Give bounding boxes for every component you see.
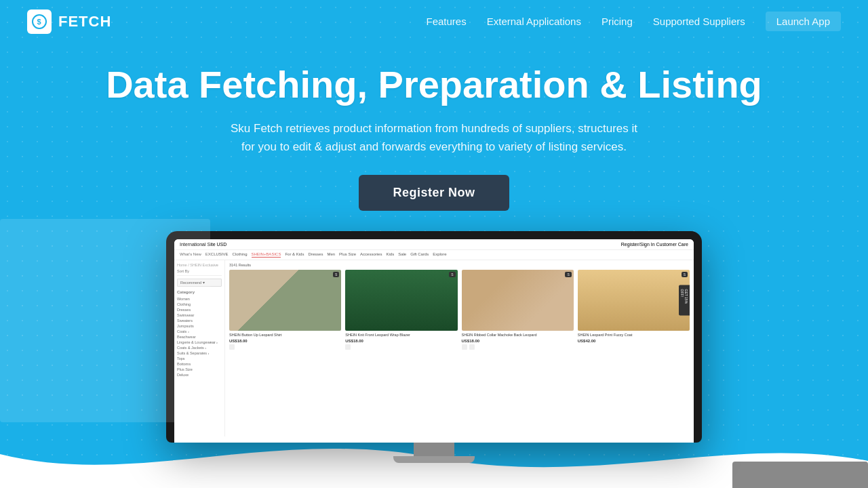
product-card-2: S SHEIN Knit Front Leopard Wrap Blazer U… bbox=[345, 270, 457, 350]
product-badge-2: S bbox=[449, 272, 455, 277]
product-name-1: SHEIN Button Up Leopard Shirt bbox=[229, 333, 341, 338]
bg-desk-left bbox=[0, 219, 210, 422]
nav-features[interactable]: Features bbox=[427, 16, 467, 27]
logo-icon: $ bbox=[27, 9, 52, 34]
product-card-4: S GET 15% OFF! SHEIN Leopard Print Fuzzy… bbox=[578, 270, 690, 350]
product-name-4: SHEIN Leopard Print Fuzzy Coat bbox=[578, 333, 690, 338]
product-price-2: US$18.00 bbox=[345, 339, 457, 343]
logo[interactable]: $ FETCH bbox=[27, 9, 111, 34]
product-card-3: S SHEIN Ribbed Collar Machoke Back Leopa… bbox=[462, 270, 574, 350]
product-icons-3 bbox=[462, 344, 574, 350]
nav-external-applications[interactable]: External Applications bbox=[487, 16, 581, 27]
product-card-1: S SHEIN Button Up Leopard Shirt US$18.00 bbox=[229, 270, 341, 350]
heart-icon-2 bbox=[345, 344, 351, 350]
monitor-screen: International Site USD Register/Sign In … bbox=[174, 239, 694, 443]
tab-men: Men bbox=[327, 252, 335, 258]
monitor-frame: International Site USD Register/Sign In … bbox=[166, 231, 702, 443]
tab-kids: Kids bbox=[386, 252, 394, 258]
product-img-3: S bbox=[462, 270, 574, 331]
product-icons-2 bbox=[345, 344, 457, 350]
tab-explore: Explore bbox=[433, 252, 446, 258]
svg-text:$: $ bbox=[37, 18, 41, 26]
product-img-4: S GET 15% OFF! bbox=[578, 270, 690, 331]
promo-tab: GET 15% OFF! bbox=[679, 285, 690, 315]
brand-name: FETCH bbox=[58, 13, 111, 30]
tab-plus-size: Plus Size bbox=[339, 252, 356, 258]
product-img-1: S bbox=[229, 270, 341, 331]
product-img-2: S bbox=[345, 270, 457, 331]
tab-shein-basics: SHEIN+BASICS bbox=[252, 252, 281, 258]
results-count: 3141 Results bbox=[229, 263, 690, 267]
product-price-3: US$18.00 bbox=[462, 339, 574, 343]
heart-icon-3 bbox=[462, 344, 467, 350]
tab-dresses: Dresses bbox=[308, 252, 323, 258]
monitor-stand-neck bbox=[414, 443, 454, 456]
screen-navbar: International Site USD Register/Sign In … bbox=[174, 239, 694, 250]
bg-desk-right bbox=[732, 462, 868, 488]
navbar: $ FETCH Features External Applications P… bbox=[0, 0, 868, 43]
product-name-3: SHEIN Ribbed Collar Machoke Back Leopard bbox=[462, 333, 574, 338]
product-price-4: US$42.00 bbox=[578, 339, 690, 343]
product-icons-1 bbox=[229, 344, 341, 350]
nav-links: Features External Applications Pricing S… bbox=[427, 16, 842, 28]
screen-nav-right: Register/Sign In Customer Care bbox=[621, 242, 688, 247]
tab-clothing: Clothing bbox=[233, 252, 248, 258]
screen-tabs: What's New EXCLUSIVE Clothing SHEIN+BASI… bbox=[174, 250, 694, 260]
product-badge-3: S bbox=[565, 272, 571, 277]
hero-subtitle: Sku Fetch retrieves product information … bbox=[231, 119, 637, 156]
tab-sale: Sale bbox=[398, 252, 406, 258]
product-name-2: SHEIN Knit Front Leopard Wrap Blazer bbox=[345, 333, 457, 338]
hero-section: Data Fetching, Preparation & Listing Sku… bbox=[0, 43, 868, 224]
hero-title: Data Fetching, Preparation & Listing bbox=[27, 64, 841, 106]
nav-launch-app[interactable]: Launch App bbox=[766, 12, 841, 31]
tab-accessories: Accessories bbox=[360, 252, 382, 258]
product-badge-4: S bbox=[682, 272, 688, 277]
screen-main: 3141 Results S SHEIN Button Up Leopard S… bbox=[225, 260, 694, 436]
nav-supported-suppliers[interactable]: Supported Suppliers bbox=[653, 16, 745, 27]
nav-pricing[interactable]: Pricing bbox=[601, 16, 633, 27]
monitor-wrapper: International Site USD Register/Sign In … bbox=[0, 231, 868, 463]
register-button[interactable]: Register Now bbox=[359, 175, 509, 211]
product-price-1: US$18.00 bbox=[229, 339, 341, 343]
screen-content: Home / SHEIN Exclusive Sort By Recommend… bbox=[174, 260, 694, 436]
monitor-stand-base bbox=[393, 456, 475, 463]
cart-icon-3 bbox=[469, 344, 475, 350]
tab-for-kids: For & Kids bbox=[285, 252, 304, 258]
product-badge-1: S bbox=[333, 272, 339, 277]
product-grid: S SHEIN Button Up Leopard Shirt US$18.00 bbox=[229, 270, 690, 350]
tab-gift-cards: Gift Cards bbox=[410, 252, 429, 258]
heart-icon-1 bbox=[229, 344, 235, 350]
monitor: International Site USD Register/Sign In … bbox=[166, 231, 702, 463]
